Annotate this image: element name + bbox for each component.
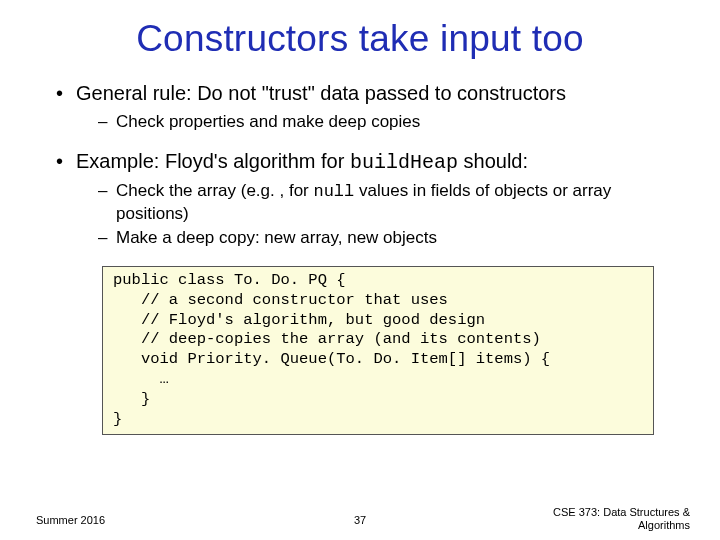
code-line-4: // deep-copies the array (and its conten… [113,330,643,350]
bullet-2-pre: Example: Floyd's algorithm for [76,150,350,172]
bullet-2-sub-2: Make a deep copy: new array, new objects [98,227,676,248]
bullet-2-sub-1: Check the array (e.g. , for null values … [98,180,676,224]
bullet-1: General rule: Do not "trust" data passed… [56,82,676,132]
code-line-7: } [113,390,643,410]
bullet-2-sub-1-code: null [313,182,354,201]
code-line-5: void Priority. Queue(To. Do. Item[] item… [113,350,643,370]
code-line-2: // a second constructor that uses [113,291,643,311]
bullet-1-text: General rule: Do not "trust" data passed… [76,82,566,104]
bullet-1-sublist: Check properties and make deep copies [98,111,676,132]
footer-course-line1: CSE 373: Data Structures & [553,506,690,518]
footer-course: CSE 373: Data Structures & Algorithms [553,506,690,532]
code-line-1: public class To. Do. PQ { [113,271,643,291]
bullet-2-sub-1-pre: Check the array (e.g. , for [116,181,313,200]
code-line-8: } [113,410,643,430]
bullet-2-sublist: Check the array (e.g. , for null values … [98,180,676,248]
bullet-list: General rule: Do not "trust" data passed… [56,82,676,248]
footer-course-line2: Algorithms [638,519,690,531]
bullet-2-post: should: [458,150,528,172]
bullet-2-code: buildHeap [350,151,458,174]
bullet-2: Example: Floyd's algorithm for buildHeap… [56,150,676,248]
code-block: public class To. Do. PQ { // a second co… [102,266,654,435]
code-line-6: … [113,370,643,390]
bullet-1-sub-1: Check properties and make deep copies [98,111,676,132]
slide-title: Constructors take input too [44,18,676,60]
code-line-3: // Floyd's algorithm, but good design [113,311,643,331]
